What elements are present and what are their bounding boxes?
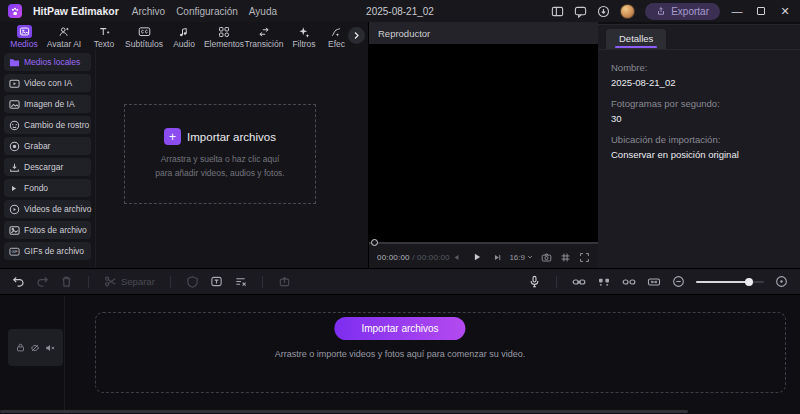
close-button[interactable]: ✕	[778, 4, 792, 18]
ai-video-icon	[9, 78, 20, 89]
import-hint-text: Arrastra y suelta o haz clic aquí para a…	[155, 153, 284, 179]
redo-icon[interactable]	[36, 275, 49, 288]
zoom-slider-handle[interactable]	[745, 278, 753, 286]
timeline-zoom-slider[interactable]	[696, 281, 764, 283]
play-icon[interactable]	[472, 252, 482, 262]
magnet-snap-icon[interactable]	[597, 275, 611, 289]
next-frame-icon[interactable]	[493, 253, 502, 262]
export-button[interactable]: Exportar	[645, 3, 720, 20]
share-icon	[656, 6, 666, 16]
delete-icon[interactable]	[60, 275, 73, 288]
sidebar-item-gifs-de-archivo[interactable]: GIF GIFs de archivo	[4, 242, 91, 260]
prev-frame-icon[interactable]	[452, 253, 461, 262]
import-dropzone[interactable]: + Importar archivos Arrastra y suelta o …	[124, 104, 316, 204]
captions-icon	[137, 25, 152, 38]
sidebar-item-fotos-de-archivo[interactable]: Fotos de archivo	[4, 221, 91, 239]
sidebar-item-imagen-de-ia[interactable]: Imagen de IA	[4, 95, 91, 113]
titlebar: HitPaw Edimakor Archivo Configuración Ay…	[0, 0, 800, 22]
effects-icon	[328, 25, 343, 38]
menu-ayuda[interactable]: Ayuda	[249, 6, 277, 17]
aspect-ratio-dropdown[interactable]: 16:9	[509, 253, 533, 262]
edimakor-app: { "titlebar": { "app_name": "HitPaw Edim…	[0, 0, 800, 414]
stock-video-icon	[9, 204, 20, 215]
tab-medios[interactable]: Medios	[4, 25, 44, 49]
menu-archivo[interactable]: Archivo	[132, 6, 165, 17]
timecode: 00:00:00 / 00:00:00	[377, 253, 450, 262]
media-library-panel: + Importar archivos Arrastra y suelta o …	[95, 50, 368, 268]
grid-overlay-icon[interactable]	[560, 252, 571, 263]
fit-timeline-icon[interactable]	[647, 275, 661, 289]
tab-filtros[interactable]: Filtros	[284, 25, 324, 49]
export-clip-icon[interactable]	[278, 275, 291, 288]
zoom-fit-icon[interactable]	[775, 275, 788, 288]
link-clips-icon[interactable]	[572, 275, 586, 289]
app-logo-paw-icon	[8, 4, 22, 18]
player-controls: 00:00:00 / 00:00:00 16:9	[369, 242, 598, 268]
voiceover-mic-icon[interactable]	[528, 275, 541, 288]
app-name: HitPaw Edimakor	[33, 5, 119, 17]
user-avatar[interactable]	[620, 4, 635, 19]
scissors-icon	[104, 275, 117, 288]
tab-detalles[interactable]: Detalles	[606, 29, 666, 49]
horizontal-scrollbar[interactable]	[0, 410, 688, 413]
split-button[interactable]: Separar	[104, 275, 155, 288]
field-label-nombre: Nombre:	[611, 62, 787, 73]
field-value-fps: 30	[611, 113, 787, 124]
field-label-fps: Fotogramas por segundo:	[611, 98, 787, 109]
timeline-import-button[interactable]: Importar archivos	[334, 317, 465, 340]
split-label: Separar	[121, 276, 155, 287]
sidebar-item-videos-de-archivo[interactable]: Videos de archivo	[4, 200, 91, 218]
minimize-button[interactable]: —	[730, 4, 744, 18]
toolbar-divider	[556, 276, 557, 288]
layout-panels-icon[interactable]	[551, 5, 564, 18]
tab-audio[interactable]: Audio	[164, 25, 204, 49]
unlink-clips-icon[interactable]	[622, 275, 636, 289]
transition-arrows-icon	[257, 25, 272, 38]
mask-icon[interactable]	[186, 275, 199, 288]
export-button-label: Exportar	[671, 6, 709, 17]
svg-text:GIF: GIF	[11, 250, 18, 254]
sidebar-item-medios-locales[interactable]: Medios locales	[4, 53, 91, 71]
maximize-button[interactable]	[754, 4, 768, 18]
document-title: 2025-08-21_02	[366, 6, 434, 17]
caret-down-icon	[527, 254, 533, 260]
gif-icon: GIF	[9, 246, 20, 257]
fullscreen-icon[interactable]	[579, 252, 590, 263]
toolbar-divider	[262, 276, 263, 288]
feedback-icon[interactable]	[574, 5, 587, 18]
tabs-overflow-button[interactable]	[348, 27, 365, 44]
tab-subtitulos[interactable]: Subtítulos	[124, 25, 164, 49]
face-swap-icon	[9, 120, 20, 131]
plus-icon: +	[164, 128, 181, 145]
sidebar-item-cambio-de-rostro[interactable]: Cambio de rostro	[4, 116, 91, 134]
sidebar-item-descargar[interactable]: Descargar	[4, 158, 91, 176]
sidebar-item-video-con-ia[interactable]: Video con IA	[4, 74, 91, 92]
field-value-nombre: 2025-08-21_02	[611, 77, 787, 88]
download-update-icon[interactable]	[597, 5, 610, 18]
sidebar-item-fondo[interactable]: Fondo	[4, 179, 91, 197]
ai-image-icon	[9, 99, 20, 110]
add-text-icon[interactable]	[210, 275, 223, 288]
tab-avatar-ai[interactable]: Avatar AI	[44, 25, 84, 49]
tab-efectos-clipped[interactable]: Efec	[324, 25, 348, 49]
filters-sparkle-icon	[297, 25, 312, 38]
clear-subtitles-icon[interactable]	[234, 275, 247, 288]
snapshot-camera-icon[interactable]	[541, 252, 552, 263]
player-panel: Reproductor 00:00:00 / 00:00:00 16:9	[368, 22, 598, 268]
download-icon	[9, 162, 20, 173]
undo-icon[interactable]	[12, 275, 25, 288]
menu-configuracion[interactable]: Configuración	[176, 6, 238, 17]
tab-texto[interactable]: Texto	[84, 25, 124, 49]
toolbar-divider	[88, 276, 89, 288]
stock-photo-icon	[9, 225, 20, 236]
tab-transicion[interactable]: Transición	[244, 25, 284, 49]
import-files-label: Importar archivos	[187, 131, 276, 143]
zoom-out-icon[interactable]	[672, 275, 685, 288]
toolbar-divider	[170, 276, 171, 288]
media-tabbar: Medios Avatar AI Texto Subtítulos Audio …	[0, 22, 368, 50]
folder-icon	[9, 57, 20, 68]
player-title: Reproductor	[378, 28, 430, 39]
tab-elementos[interactable]: Elementos	[204, 25, 244, 49]
sidebar-item-grabar[interactable]: Grabar	[4, 137, 91, 155]
text-icon	[97, 25, 112, 38]
